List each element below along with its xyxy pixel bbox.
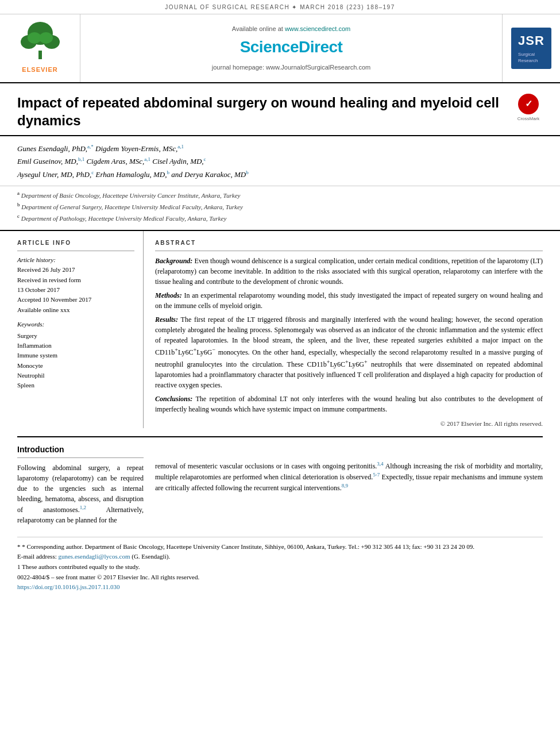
results-label: Results: bbox=[155, 316, 178, 324]
email-note: E-mail address: gunes.esendagli@lycos.co… bbox=[17, 552, 543, 562]
keyword-immune: Immune system bbox=[17, 351, 134, 360]
issn-line: 0022-4804/$ – see front matter © 2017 El… bbox=[17, 572, 543, 583]
crossmark-label: CrossMark bbox=[517, 116, 540, 122]
journal-citation: JOURNAL OF SURGICAL RESEARCH ✦ MARCH 201… bbox=[165, 4, 395, 10]
direct-text: Direct bbox=[299, 38, 342, 56]
footnote1-text: 1 These authors contributed equally to t… bbox=[17, 562, 543, 572]
keyword-neutrophil: Neutrophil bbox=[17, 371, 134, 380]
author-aydin: Cisel Aydin, MD,c bbox=[152, 157, 206, 166]
abstract-col: ABSTRACT Background: Even though wound d… bbox=[155, 231, 543, 429]
email-suffix: (G. Esendagli). bbox=[132, 553, 170, 560]
author-guseinov: Emil Guseinov, MD,b,1 bbox=[17, 157, 84, 166]
article-info-abstract: ARTICLE INFO Article history: Received 2… bbox=[0, 231, 560, 429]
affiliation-c: c Department of Pathology, Hacettepe Uni… bbox=[17, 213, 543, 223]
introduction-section: Introduction Following abdominal surgery… bbox=[0, 437, 560, 531]
available-online-text: Available online at www.sciencedirect.co… bbox=[232, 25, 350, 33]
author-karakoc: and Derya Karakoc, MDb bbox=[171, 170, 248, 179]
abstract-text: Background: Even though wound dehiscence… bbox=[155, 256, 543, 429]
journal-header: ELSEVIER Available online at www.science… bbox=[0, 14, 560, 83]
sciencedirect-brand: ScienceDirect bbox=[240, 36, 343, 58]
author-uner: Aysegul Uner, MD, PhD,c bbox=[17, 170, 94, 179]
jsr-subtitle: SurgicalResearch bbox=[518, 51, 544, 64]
revised-date: 13 October 2017 bbox=[17, 286, 134, 294]
email-link[interactable]: gunes.esendagli@lycos.com bbox=[58, 553, 130, 560]
authors-line: Gunes Esendagli, PhD,a,* Digdem Yoyen-Er… bbox=[17, 142, 543, 180]
keyword-monocyte: Monocyte bbox=[17, 361, 134, 370]
background-label: Background: bbox=[155, 257, 192, 265]
online-date: Available online xxx bbox=[17, 306, 134, 314]
intro-heading: Introduction bbox=[17, 444, 144, 458]
keywords-block: Keywords: Surgery Inflammation Immune sy… bbox=[17, 320, 134, 390]
intro-left-col: Introduction Following abdominal surgery… bbox=[17, 444, 144, 525]
journal-homepage-text: journal homepage: www.JournalofSurgicalR… bbox=[212, 63, 370, 72]
affiliation-a: a Department of Basic Oncology, Hacettep… bbox=[17, 190, 543, 200]
intro-right-text: removal of mesenteric vascular occlusion… bbox=[155, 460, 543, 493]
author-aras: Cigdem Aras, MSc,a,1 bbox=[86, 157, 150, 166]
abstract-background: Background: Even though wound dehiscence… bbox=[155, 256, 543, 287]
revised-label: Received in revised form bbox=[17, 276, 134, 284]
article-info-header: ARTICLE INFO bbox=[17, 239, 134, 247]
history-label: Article history: bbox=[17, 256, 134, 264]
journal-top-bar: JOURNAL OF SURGICAL RESEARCH ✦ MARCH 201… bbox=[0, 0, 560, 14]
article-title: Impact of repeated abdominal surgery on … bbox=[17, 94, 503, 129]
intro-left-text: Following abdominal surgery, a repeat la… bbox=[17, 463, 144, 525]
corresponding-author-note: * * Corresponding author. Department of … bbox=[17, 542, 543, 552]
doi-line: https://doi.org/10.1016/j.jss.2017.11.03… bbox=[17, 582, 543, 593]
copyright-line: © 2017 Elsevier Inc. All rights reserved… bbox=[155, 419, 543, 429]
abstract-results: Results: The first repeat of the LT trig… bbox=[155, 314, 543, 390]
affiliations-section: a Department of Basic Oncology, Hacettep… bbox=[0, 186, 560, 231]
sciencedirect-area: Available online at www.sciencedirect.co… bbox=[80, 14, 503, 82]
conclusions-label: Conclusions: bbox=[155, 395, 192, 403]
email-label: E-mail address: bbox=[17, 553, 57, 560]
footnotes-section: * * Corresponding author. Department of … bbox=[17, 537, 543, 593]
article-title-section: Impact of repeated abdominal surgery on … bbox=[0, 83, 560, 136]
jsr-badge: JSR SurgicalResearch bbox=[511, 28, 551, 68]
conclusions-text: The repetition of abdominal LT not only … bbox=[155, 395, 543, 413]
author-esendagli: Gunes Esendagli, PhD,a,* bbox=[17, 144, 94, 153]
article-info-col: ARTICLE INFO Article history: Received 2… bbox=[17, 231, 144, 429]
accepted-date: Accepted 10 November 2017 bbox=[17, 295, 134, 304]
background-text: Even though wound dehiscence is a surgic… bbox=[155, 257, 543, 286]
affiliation-b: b Department of General Surgery, Hacette… bbox=[17, 201, 543, 211]
article-info-divider bbox=[17, 251, 134, 251]
author-hamaloglu: Erhan Hamaloglu, MD,b bbox=[96, 170, 169, 179]
author-yoyen: Digdem Yoyen-Ermis, MSc,a,1 bbox=[95, 144, 184, 153]
results-text: The first repeat of the LT triggered fib… bbox=[155, 316, 543, 389]
methods-text: In an experimental relaparotomy wounding… bbox=[155, 291, 543, 310]
intro-right-col: removal of mesenteric vascular occlusion… bbox=[155, 444, 543, 525]
sciencedirect-url[interactable]: www.sciencedirect.com bbox=[285, 25, 350, 32]
crossmark-icon: ✓ bbox=[518, 94, 539, 114]
crossmark-area: ✓ CrossMark bbox=[514, 94, 543, 122]
article-history: Article history: Received 26 July 2017 R… bbox=[17, 256, 134, 314]
science-text: Science bbox=[240, 38, 299, 56]
methods-label: Methods: bbox=[155, 291, 182, 299]
elsevier-logo-area: ELSEVIER bbox=[0, 14, 80, 82]
keywords-label: Keywords: bbox=[17, 320, 134, 329]
doi-link[interactable]: https://doi.org/10.1016/j.jss.2017.11.03… bbox=[17, 583, 119, 590]
abstract-header: ABSTRACT bbox=[155, 239, 543, 247]
abstract-divider bbox=[155, 251, 543, 251]
jsr-badge-area: JSR SurgicalResearch bbox=[503, 14, 560, 82]
keyword-surgery: Surgery bbox=[17, 332, 134, 340]
abstract-conclusions: Conclusions: The repetition of abdominal… bbox=[155, 394, 543, 414]
keyword-inflammation: Inflammation bbox=[17, 341, 134, 350]
svg-rect-0 bbox=[38, 51, 42, 59]
authors-section: Gunes Esendagli, PhD,a,* Digdem Yoyen-Er… bbox=[0, 136, 560, 186]
received-date: Received 26 July 2017 bbox=[17, 266, 134, 274]
svg-point-5 bbox=[39, 32, 53, 44]
elsevier-tree-icon bbox=[14, 22, 66, 62]
abstract-methods: Methods: In an experimental relaparotomy… bbox=[155, 290, 543, 311]
keyword-spleen: Spleen bbox=[17, 381, 134, 390]
elsevier-wordmark: ELSEVIER bbox=[22, 66, 57, 74]
